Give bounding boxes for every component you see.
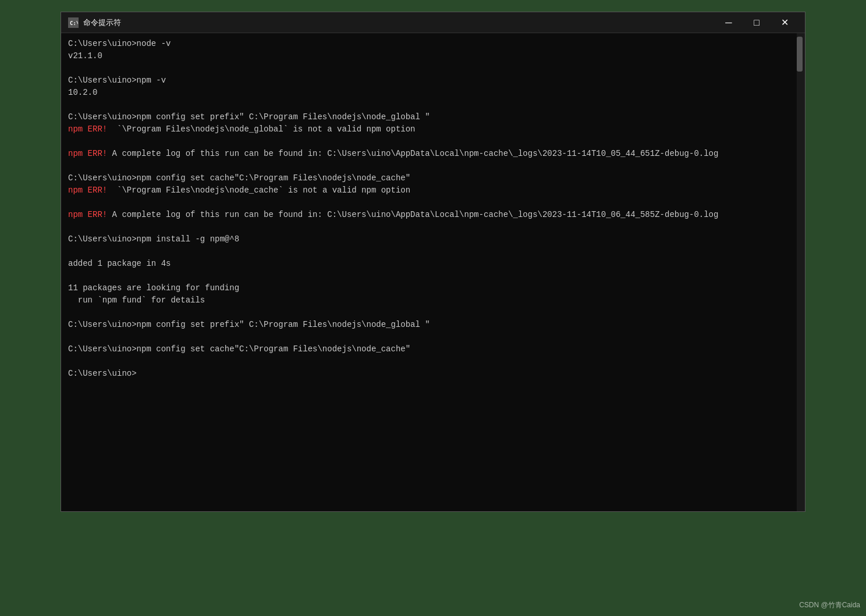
terminal-line: v21.1.0 [68,50,790,62]
terminal-body[interactable]: C:\Users\uino>node -vv21.1.0 C:\Users\ui… [61,33,797,511]
terminal-line: C:\Users\uino>npm install -g npm@^8 [68,233,790,245]
terminal-line: added 1 package in 4s [68,258,790,270]
terminal-line: C:\Users\uino>npm config set prefix″ C:\… [68,319,790,331]
terminal-line [68,307,790,319]
title-bar: C:\ 命令提示符 ─ □ ✕ [61,12,805,33]
terminal-line: C:\Users\uino>npm -v [68,74,790,87]
terminal-line [68,221,790,233]
terminal-line [68,160,790,172]
terminal-line: npm ERR! `\Program Files\nodejs\node_cac… [68,184,790,197]
window-controls: ─ □ ✕ [715,13,798,32]
terminal-line [68,62,790,74]
terminal-line: C:\Users\uino> [68,368,790,380]
terminal-line [68,136,790,148]
terminal-line: 10.2.0 [68,87,790,99]
terminal-container: C:\Users\uino>node -vv21.1.0 C:\Users\ui… [61,33,805,511]
svg-text:C:\: C:\ [70,20,78,26]
window-icon: C:\ [68,17,79,28]
maximize-button[interactable]: □ [743,13,770,32]
terminal-line [68,355,790,368]
window-title: 命令提示符 [83,17,715,28]
terminal-line [68,99,790,111]
terminal-line: 11 packages are looking for funding [68,282,790,294]
terminal-line [68,197,790,209]
minimize-button[interactable]: ─ [715,13,742,32]
close-button[interactable]: ✕ [771,13,798,32]
terminal-line: C:\Users\uino>node -v [68,38,790,50]
terminal-line: npm ERR! A complete log of this run can … [68,209,790,221]
watermark: CSDN @竹青Caida [799,600,860,610]
terminal-line: C:\Users\uino>npm config set cache″C:\Pr… [68,343,790,355]
terminal-line [68,331,790,343]
terminal-line: npm ERR! A complete log of this run can … [68,148,790,160]
terminal-line: npm ERR! `\Program Files\nodejs\node_glo… [68,123,790,136]
terminal-line [68,245,790,258]
terminal-line: C:\Users\uino>npm config set prefix″ C:\… [68,111,790,123]
scrollbar[interactable] [797,33,805,511]
terminal-window: C:\ 命令提示符 ─ □ ✕ C:\Users\uino>node -vv21… [61,12,805,512]
terminal-line: C:\Users\uino>npm config set cache″C:\Pr… [68,172,790,184]
terminal-line [68,270,790,282]
terminal-line: run `npm fund` for details [68,294,790,307]
scrollbar-thumb[interactable] [797,37,803,72]
